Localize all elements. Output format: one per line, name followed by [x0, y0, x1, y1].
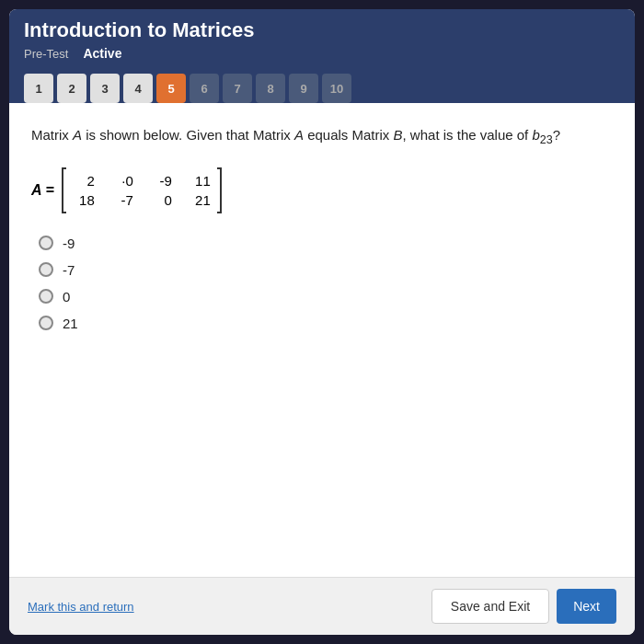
matrix-container: A = 2 ·0 -9 11 18 -7 0 21 — [31, 167, 613, 213]
main-content: Matrix A is shown below. Given that Matr… — [9, 103, 635, 577]
mark-return-link[interactable]: Mark this and return — [28, 600, 134, 614]
cell-r1c1: 2 — [73, 173, 95, 189]
option-3-label: 0 — [63, 289, 70, 305]
nav-btn-7[interactable]: 7 — [223, 74, 252, 103]
option-2[interactable]: -7 — [39, 262, 613, 278]
cell-r2c4: 21 — [189, 192, 211, 208]
cell-r1c2: ·0 — [111, 173, 133, 189]
header-subtitle: Pre-Test Active — [24, 46, 620, 68]
radio-3[interactable] — [39, 289, 53, 304]
save-exit-button[interactable]: Save and Exit — [431, 589, 549, 624]
nav-btn-1[interactable]: 1 — [24, 74, 53, 103]
matrix-row-1: 2 ·0 -9 11 — [73, 173, 211, 189]
nav-btn-5[interactable]: 5 — [156, 74, 186, 103]
answer-options: -9 -7 0 21 — [39, 236, 613, 331]
option-2-label: -7 — [63, 262, 75, 278]
question-nav: 12345678910 — [24, 68, 620, 103]
screen: Introduction to Matrices Pre-Test Active… — [9, 9, 635, 635]
footer-buttons: Save and Exit Next — [431, 589, 616, 624]
nav-btn-10[interactable]: 10 — [322, 74, 351, 103]
nav-btn-6[interactable]: 6 — [190, 74, 219, 103]
cell-r2c1: 18 — [73, 192, 95, 208]
radio-2[interactable] — [39, 262, 53, 277]
nav-btn-4[interactable]: 4 — [123, 74, 153, 103]
option-1[interactable]: -9 — [39, 236, 613, 251]
nav-btn-9[interactable]: 9 — [289, 74, 318, 103]
page-title: Introduction to Matrices — [24, 18, 620, 46]
pretest-label: Pre-Test — [24, 47, 68, 61]
option-4-label: 21 — [63, 316, 78, 331]
option-4[interactable]: 21 — [39, 316, 613, 331]
cell-r2c2: -7 — [111, 192, 133, 208]
radio-1[interactable] — [39, 236, 53, 250]
question-text: Matrix A is shown below. Given that Matr… — [31, 125, 613, 149]
nav-btn-2[interactable]: 2 — [57, 74, 86, 103]
active-badge: Active — [83, 46, 121, 61]
matrix-label: A = — [31, 182, 54, 199]
cell-r1c3: -9 — [150, 173, 172, 189]
cell-r1c4: 11 — [189, 173, 211, 189]
option-3[interactable]: 0 — [39, 289, 613, 305]
matrix-row-2: 18 -7 0 21 — [73, 192, 211, 208]
nav-btn-3[interactable]: 3 — [90, 74, 120, 103]
question-body: Matrix A is shown below. Given that Matr… — [31, 127, 560, 143]
radio-4[interactable] — [39, 316, 53, 330]
header: Introduction to Matrices Pre-Test Active… — [9, 9, 635, 103]
nav-btn-8[interactable]: 8 — [256, 74, 285, 103]
option-1-label: -9 — [63, 236, 75, 251]
matrix: 2 ·0 -9 11 18 -7 0 21 — [62, 167, 222, 213]
cell-r2c3: 0 — [150, 192, 172, 208]
footer: Mark this and return Save and Exit Next — [9, 577, 635, 635]
next-button[interactable]: Next — [557, 589, 616, 624]
